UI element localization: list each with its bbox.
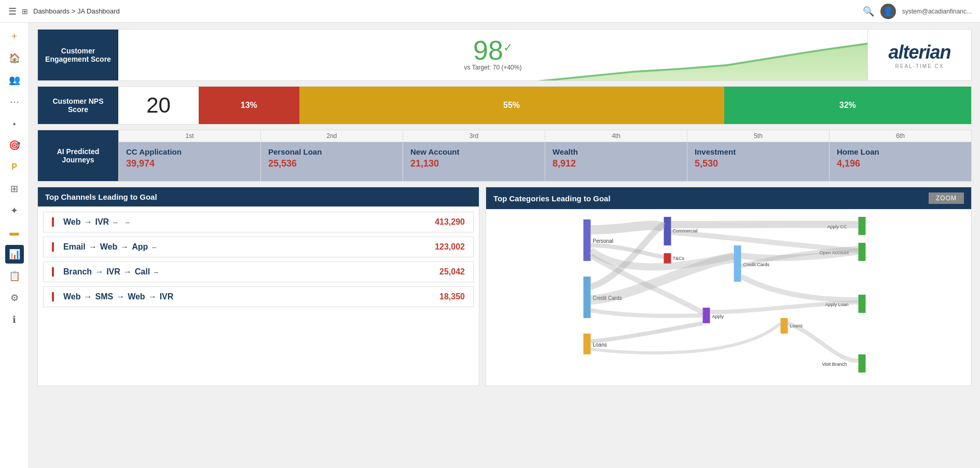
nps-bars: 13% 55% 32% [199,87,971,124]
channel-item[interactable]: Web→SMS→Web→IVR 18,350 [43,286,474,307]
zoom-button[interactable]: ZOOM [929,192,964,204]
dash: – [113,218,117,226]
journey-card[interactable]: CC Application 39,974 [119,142,260,181]
nps-bar-detractors: 13% [199,87,299,124]
sidebar-item-target[interactable]: 🎯 [5,136,24,155]
topbar: ☰ ⊞ Dashboards > JA Dashboard 🔍 👤 system… [0,0,980,23]
nps-widget: Customer NPS Score 20 13% 55% 32% [37,86,972,125]
journey-rank: 3rd [403,130,545,142]
journey-col-5: 5th Investment 5,530 [687,130,829,181]
channel-list: Web→IVR –– 413,290 Email→Web→App – 123,0… [38,207,479,312]
channel-path: Email→Web→App [63,242,148,252]
channel-item[interactable]: Branch→IVR→Call – 25,042 [43,261,474,282]
journey-card[interactable]: Personal Loan 25,536 [261,142,403,181]
journey-name: CC Application [126,147,253,156]
channel-bar-indicator [52,267,54,277]
journey-col-2: 2nd Personal Loan 25,536 [260,130,403,181]
arrow-icon: → [148,292,157,301]
channel-step: App [132,242,148,252]
sidebar-item-p[interactable]: P [5,158,24,176]
channel-step: Branch [63,267,92,277]
channel-step: Email [63,242,86,252]
breadcrumb: Dashboards > JA Dashboard [33,7,120,15]
journey-rank: 1st [119,130,260,142]
engagement-title: Customer Engagement Score [38,30,118,80]
channel-step: SMS [95,292,113,301]
channel-path: Web→SMS→Web→IVR [63,292,173,301]
engagement-row: Customer Engagement Score 9 [37,29,972,81]
svg-text:T&Cs: T&Cs [673,256,685,261]
node-tcs [664,253,671,264]
arrow-icon: → [123,267,132,277]
nps-bar-passives: 55% [299,87,724,124]
sidebar-item-add[interactable]: + [5,27,24,46]
channel-item[interactable]: Email→Web→App – 123,002 [43,237,474,257]
sidebar-item-list[interactable]: 📋 [5,267,24,285]
channel-step: IVR [95,217,109,227]
journey-card[interactable]: Investment 5,530 [687,142,829,181]
journey-card[interactable]: Home Loan 4,196 [830,142,971,181]
arrow-icon: → [120,242,129,252]
sidebar-item-people[interactable]: 👥 [5,71,24,89]
topbar-left: ☰ ⊞ Dashboards > JA Dashboard [8,6,120,17]
dash: – [126,218,130,226]
engagement-score: 98 ✓ vs Target: 70 (+40%) [464,37,522,71]
engagement-widget: Customer Engagement Score 9 [37,29,972,81]
topbar-right: 🔍 👤 system@acadianfinanc... [863,4,972,19]
journey-columns: 1st CC Application 39,974 2nd Personal L… [118,130,971,181]
categories-panel: Top Categories Leading to Goal ZOOM Pers… [486,187,972,386]
journey-col-4: 4th Wealth 8,912 [545,130,687,181]
hamburger-icon[interactable]: ☰ [8,6,17,17]
dash: – [152,243,156,251]
journey-name: New Account [410,147,537,156]
channel-step: Web [63,292,80,301]
journey-rank: 4th [545,130,687,142]
svg-text:Visit Branch: Visit Branch [822,362,847,367]
channel-step: IVR [160,292,174,301]
sidebar-item-bar[interactable]: ▬ [5,223,24,242]
sidebar-item-dashboard[interactable]: 📊 [5,245,24,264]
node-loans-left [584,334,591,354]
engagement-chart: 98 ✓ vs Target: 70 (+40%) [118,30,867,80]
channel-item[interactable]: Web→IVR –– 413,290 [43,212,474,232]
sidebar-item-more[interactable]: ⋯ [5,92,24,111]
journey-rank: 2nd [261,130,403,142]
node-apply-cc [859,217,866,235]
alterian-tagline: REAL-TIME CX [895,63,944,69]
sidebar-item-settings[interactable]: ⚙ [5,288,24,307]
journey-count: 8,912 [553,158,680,169]
sidebar: + 🏠 👥 ⋯ ● 🎯 P ⊞ ✦ ▬ 📊 📋 ⚙ ℹ [0,23,29,468]
channel-step: Web [100,242,117,252]
node-apply-loan [859,295,866,313]
channel-dashes: – [152,243,156,251]
arrow-icon: → [116,292,125,301]
svg-text:Apply: Apply [712,314,724,319]
sidebar-item-grid[interactable]: ⊞ [5,180,24,198]
journey-col-3: 3rd New Account 21,130 [403,130,545,181]
sidebar-item-star[interactable]: ✦ [5,201,24,220]
journey-count: 21,130 [410,158,537,169]
journey-name: Wealth [553,147,680,156]
channel-count: 413,290 [435,217,465,227]
journey-count: 4,196 [837,158,964,169]
channel-count: 18,350 [439,292,465,301]
channel-step: Web [128,292,145,301]
journey-card[interactable]: New Account 21,130 [403,142,545,181]
avatar[interactable]: 👤 [880,4,896,19]
channel-step: Web [63,217,80,227]
channel-step: IVR [106,267,120,277]
journey-card[interactable]: Wealth 8,912 [545,142,687,181]
search-icon[interactable]: 🔍 [863,6,874,17]
channel-step: Call [135,267,150,277]
channel-dashes: –– [113,218,130,226]
channel-bar-indicator [52,217,54,227]
sidebar-item-dot[interactable]: ● [5,114,24,133]
sidebar-item-info[interactable]: ℹ [5,310,24,329]
dashboard-icon: ⊞ [22,7,28,16]
alterian-brand: alterian [888,42,950,63]
main-content: Customer Engagement Score 9 [29,23,980,468]
sidebar-item-home[interactable]: 🏠 [5,49,24,67]
arrow-icon: → [84,292,92,301]
node-apply-mid [703,308,710,323]
node-personal [584,219,591,261]
